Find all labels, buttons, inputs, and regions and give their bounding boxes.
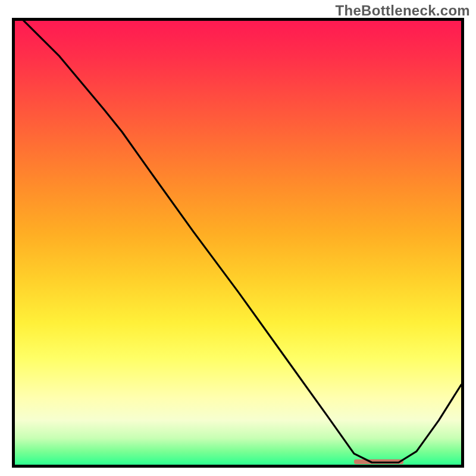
series-line	[15, 21, 461, 465]
bottleneck-curve	[15, 21, 461, 462]
chart-canvas: TheBottleneck.com	[0, 0, 476, 476]
plot-area	[12, 18, 464, 468]
watermark-text: TheBottleneck.com	[336, 2, 470, 19]
